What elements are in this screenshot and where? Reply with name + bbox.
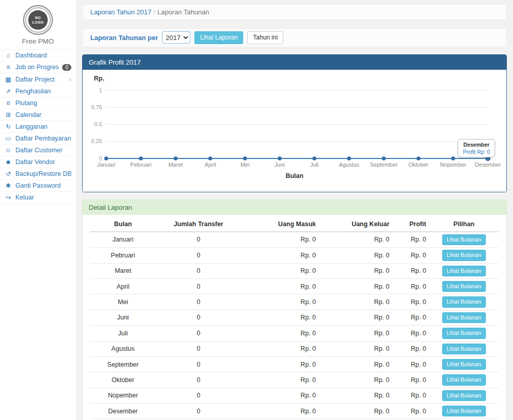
- chart-point[interactable]: [278, 156, 282, 161]
- sidebar-item-label: Ganti Password: [15, 182, 71, 189]
- dashboard-icon: ⌂: [5, 52, 12, 59]
- cell-uang-keluar: Rp. 0: [319, 388, 392, 403]
- sidebar-item-daftar-vendor[interactable]: ☻Daftar Vendor: [0, 156, 76, 168]
- project-table-icon: ▦: [5, 76, 12, 83]
- table-row: April0Rp. 0Rp. 0Rp. 0Lihat Bulanan: [90, 278, 499, 294]
- cell-uang-masuk: Rp. 0: [242, 341, 319, 356]
- lihat-bulanan-button[interactable]: Lihat Bulanan: [442, 374, 486, 385]
- sidebar-item-backup-restore-db[interactable]: ↺Backup/Restore DB: [0, 168, 76, 180]
- chart-panel-title: Grafik Profit 2017: [83, 55, 506, 70]
- breadcrumb: Laporan Tahun 2017/Laporan Tahunan: [82, 4, 507, 20]
- sidebar-item-job-on-progress[interactable]: ≡Job on Progress0: [0, 62, 76, 73]
- y-tick-label: 0.25: [91, 138, 102, 144]
- chart-x-axis-label: Bulan: [88, 172, 501, 179]
- brand-area: NO LOGO Free PMO: [0, 0, 76, 50]
- chart-area: Rp. 00.250.50.751JanuariPebruariMaretApr…: [83, 70, 506, 192]
- lihat-bulanan-button[interactable]: Lihat Bulanan: [442, 312, 486, 323]
- sidebar-item-piutang[interactable]: ¤Piutang: [0, 97, 76, 109]
- sidebar-item-label: Keluar: [15, 194, 71, 201]
- vendors-icon: ☻: [5, 158, 12, 166]
- sidebar-item-daftar-customer[interactable]: ☺Daftar Customer: [0, 145, 76, 156]
- sidebar-item-langganan[interactable]: ↻Langganan: [0, 121, 76, 133]
- cell-bulan: Pebruari: [90, 248, 155, 263]
- year-select[interactable]: 2017: [162, 31, 190, 44]
- cell-profit: Rp. 0: [392, 356, 429, 372]
- x-tick-label: Desember: [475, 162, 501, 168]
- lihat-bulanan-button[interactable]: Lihat Bulanan: [442, 266, 486, 276]
- detail-panel: Detail Laporan BulanJumlah TransferUang …: [82, 199, 507, 420]
- sidebar-item-keluar[interactable]: ↪Keluar: [0, 192, 76, 204]
- chart-point[interactable]: [173, 156, 177, 161]
- cell-bulan: Nopember: [90, 388, 155, 403]
- sidebar-item-label: Job on Progress: [15, 64, 58, 71]
- table-row: Juni0Rp. 0Rp. 0Rp. 0Lihat Bulanan: [90, 310, 499, 325]
- cell-uang-keluar: Rp. 0: [319, 294, 392, 310]
- filter-bar: Laporan Tahunan per 2017 Lihat Laporan T…: [82, 28, 507, 47]
- chart-point[interactable]: [139, 156, 143, 161]
- lihat-bulanan-button[interactable]: Lihat Bulanan: [442, 344, 486, 354]
- lihat-bulanan-button[interactable]: Lihat Bulanan: [442, 406, 486, 416]
- count-badge: 0: [62, 64, 71, 71]
- sidebar-item-daftar-project[interactable]: ▦Daftar Project‹: [0, 73, 76, 86]
- chart-point[interactable]: [312, 156, 317, 161]
- chart-point[interactable]: [208, 156, 212, 161]
- sign-out-icon: ↪: [5, 194, 12, 201]
- cell-jumlah-transfer: 0: [155, 326, 241, 341]
- lihat-bulanan-button[interactable]: Lihat Bulanan: [442, 296, 486, 307]
- y-tick-label: 0.5: [94, 121, 102, 127]
- cell-uang-keluar: Rp. 0: [319, 278, 392, 294]
- calendar-icon: ⊞: [5, 111, 12, 118]
- cell-uang-masuk: Rp. 0: [242, 248, 319, 263]
- cell-pilihan: Lihat Bulanan: [429, 278, 499, 294]
- sidebar-item-label: Daftar Customer: [15, 147, 71, 154]
- main-content: Laporan Tahun 2017/Laporan Tahunan Lapor…: [76, 0, 513, 420]
- column-header-uang-keluar: Uang Keluar: [319, 217, 392, 232]
- x-tick-label: Oktober: [408, 162, 428, 168]
- receivable-money-icon: ¤: [5, 99, 12, 107]
- lihat-bulanan-button[interactable]: Lihat Bulanan: [442, 281, 486, 292]
- column-header-pilihan: Pilihan: [429, 217, 499, 232]
- chart-point[interactable]: [243, 156, 247, 161]
- no-logo-text: NO LOGO: [28, 10, 48, 30]
- lihat-bulanan-button[interactable]: Lihat Bulanan: [442, 328, 486, 338]
- cell-jumlah-transfer: 0: [155, 356, 241, 372]
- tooltip-month: Desember: [463, 142, 490, 148]
- cell-pilihan: Lihat Bulanan: [429, 404, 499, 419]
- lihat-bulanan-button[interactable]: Lihat Bulanan: [442, 359, 486, 370]
- sidebar-item-dashboard[interactable]: ⌂Dashboard: [0, 50, 76, 62]
- cell-uang-keluar: Rp. 0: [319, 232, 392, 248]
- breadcrumb-link[interactable]: Laporan Tahun 2017: [90, 8, 151, 16]
- lihat-bulanan-button[interactable]: Lihat Bulanan: [442, 250, 486, 261]
- x-tick-label: Januari: [97, 162, 115, 168]
- lihat-bulanan-button[interactable]: Lihat Bulanan: [442, 390, 486, 401]
- chart-point[interactable]: [382, 156, 386, 161]
- y-tick-label: 1: [99, 87, 102, 93]
- cell-bulan: Maret: [90, 263, 155, 278]
- sidebar-item-penghasilan[interactable]: ⇗Penghasilan: [0, 86, 76, 97]
- lihat-bulanan-button[interactable]: Lihat Bulanan: [442, 234, 486, 245]
- cell-uang-masuk: Rp. 0: [242, 232, 319, 248]
- chart-panel: Grafik Profit 2017 Rp. 00.250.50.751Janu…: [82, 54, 507, 192]
- chart-point[interactable]: [104, 156, 108, 161]
- cell-pilihan: Lihat Bulanan: [429, 326, 499, 341]
- cell-uang-masuk: Rp. 0: [242, 356, 319, 372]
- x-tick-label: September: [370, 162, 398, 168]
- sidebar-item-label: Langganan: [15, 123, 71, 130]
- chart-point[interactable]: [347, 156, 351, 161]
- cell-bulan: Juni: [90, 310, 155, 325]
- sidebar-item-daftar-pembayaran[interactable]: ▭Daftar Pembayaran: [0, 133, 76, 145]
- cell-pilihan: Lihat Bulanan: [429, 248, 499, 263]
- cell-jumlah-transfer: 0: [155, 388, 241, 403]
- sidebar-item-ganti-password[interactable]: ✱Ganti Password: [0, 180, 76, 192]
- lihat-laporan-button[interactable]: Lihat Laporan: [194, 31, 243, 44]
- cell-bulan: September: [90, 356, 155, 372]
- tahun-ini-button[interactable]: Tahun ini: [247, 31, 283, 44]
- income-chart-icon: ⇗: [5, 88, 12, 95]
- sidebar-item-label: Dashboard: [15, 52, 71, 59]
- chart-point[interactable]: [417, 156, 421, 161]
- cell-uang-keluar: Rp. 0: [319, 326, 392, 341]
- sidebar-item-label: Daftar Pembayaran: [15, 135, 71, 142]
- table-row: Juli0Rp. 0Rp. 0Rp. 0Lihat Bulanan: [90, 326, 499, 341]
- sidebar-item-calendar[interactable]: ⊞Calendar: [0, 109, 76, 121]
- chart-point[interactable]: [451, 156, 456, 161]
